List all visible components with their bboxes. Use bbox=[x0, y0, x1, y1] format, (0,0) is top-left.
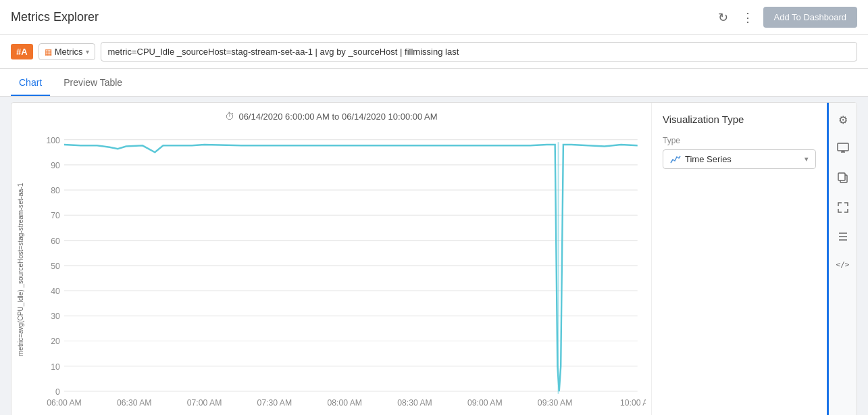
svg-text:08:00 AM: 08:00 AM bbox=[327, 398, 362, 408]
svg-text:09:00 AM: 09:00 AM bbox=[467, 398, 503, 408]
viz-type-select[interactable]: Time Series ▾ bbox=[663, 149, 816, 169]
metrics-label: Metrics bbox=[55, 47, 83, 57]
clock-icon: ⏱ bbox=[225, 111, 234, 122]
chart-inner: 100 90 80 70 60 50 40 30 20 10 0 bbox=[27, 127, 646, 412]
tab-preview-table[interactable]: Preview Table bbox=[55, 69, 130, 96]
svg-text:70: 70 bbox=[51, 211, 60, 220]
time-range-text: 06/14/2020 6:00:00 AM to 06/14/2020 10:0… bbox=[238, 112, 437, 122]
svg-text:0: 0 bbox=[55, 387, 60, 397]
viz-select-caret-icon: ▾ bbox=[805, 155, 809, 164]
visualization-panel: Visualization Type Type Time Series ▾ bbox=[651, 103, 827, 415]
svg-text:10:00 AM: 10:00 AM bbox=[620, 398, 646, 408]
chart-svg-container: 100 90 80 70 60 50 40 30 20 10 0 bbox=[27, 127, 646, 412]
svg-text:30: 30 bbox=[51, 312, 60, 321]
monitor-button[interactable] bbox=[834, 140, 852, 159]
copy-button[interactable] bbox=[835, 170, 851, 189]
svg-text:10: 10 bbox=[51, 362, 60, 372]
settings-icon: ⚙ bbox=[838, 114, 848, 126]
svg-text:06:00 AM: 06:00 AM bbox=[47, 398, 82, 408]
svg-text:40: 40 bbox=[51, 287, 60, 296]
right-sidebar: ⚙ bbox=[827, 103, 857, 415]
header: Metrics Explorer ↻ ⋮ Add To Dashboard bbox=[0, 0, 868, 35]
svg-text:100: 100 bbox=[46, 135, 60, 145]
list-icon bbox=[838, 232, 848, 244]
viz-type-value: Time Series bbox=[685, 154, 732, 164]
svg-text:08:30 AM: 08:30 AM bbox=[397, 398, 432, 408]
more-icon: ⋮ bbox=[742, 10, 754, 25]
viz-type-select-left: Time Series bbox=[670, 154, 732, 164]
svg-text:20: 20 bbox=[51, 337, 60, 346]
query-input[interactable] bbox=[101, 42, 857, 62]
y-axis-label: metric=avg(CPU_Idle) _sourceHost=stag-st… bbox=[17, 127, 24, 412]
chart-panel: ⏱ 06/14/2020 6:00:00 AM to 06/14/2020 10… bbox=[11, 103, 651, 415]
code-button[interactable]: </> bbox=[834, 258, 852, 272]
svg-text:60: 60 bbox=[51, 236, 60, 245]
tabs-row: Chart Preview Table bbox=[0, 69, 868, 97]
expand-icon bbox=[838, 202, 848, 216]
svg-rect-32 bbox=[838, 143, 848, 151]
code-icon: </> bbox=[836, 260, 850, 269]
main-content: ⏱ 06/14/2020 6:00:00 AM to 06/14/2020 10… bbox=[0, 97, 868, 415]
query-row: #A ▦ Metrics ▾ bbox=[0, 35, 868, 69]
viz-type-label: Type bbox=[663, 136, 816, 145]
chart-time-range: ⏱ 06/14/2020 6:00:00 AM to 06/14/2020 10… bbox=[17, 111, 646, 122]
metrics-icon: ▦ bbox=[45, 47, 52, 57]
refresh-button[interactable]: ↻ bbox=[714, 7, 732, 28]
chart-body: metric=avg(CPU_Idle) _sourceHost=stag-st… bbox=[17, 127, 646, 412]
copy-icon bbox=[838, 172, 848, 186]
svg-text:80: 80 bbox=[51, 186, 60, 195]
query-label: #A bbox=[11, 44, 33, 59]
viz-title: Visualization Type bbox=[663, 114, 816, 125]
list-button[interactable] bbox=[835, 229, 851, 247]
refresh-icon: ↻ bbox=[718, 10, 728, 25]
time-series-icon bbox=[670, 155, 681, 164]
metrics-caret-icon: ▾ bbox=[86, 48, 89, 55]
svg-text:07:00 AM: 07:00 AM bbox=[187, 398, 222, 408]
page-title: Metrics Explorer bbox=[11, 10, 99, 24]
monitor-icon bbox=[837, 143, 849, 156]
tab-chart[interactable]: Chart bbox=[11, 69, 50, 96]
svg-text:06:30 AM: 06:30 AM bbox=[117, 398, 152, 408]
header-actions: ↻ ⋮ Add To Dashboard bbox=[714, 7, 857, 28]
svg-text:09:30 AM: 09:30 AM bbox=[538, 398, 573, 408]
add-to-dashboard-button[interactable]: Add To Dashboard bbox=[763, 7, 857, 28]
metrics-selector[interactable]: ▦ Metrics ▾ bbox=[39, 43, 95, 60]
svg-text:50: 50 bbox=[51, 262, 60, 271]
svg-text:90: 90 bbox=[51, 161, 60, 170]
expand-button[interactable] bbox=[835, 199, 851, 218]
svg-text:07:30 AM: 07:30 AM bbox=[257, 398, 292, 408]
settings-button[interactable]: ⚙ bbox=[836, 111, 850, 129]
chart-area: ⏱ 06/14/2020 6:00:00 AM to 06/14/2020 10… bbox=[11, 102, 857, 415]
more-options-button[interactable]: ⋮ bbox=[738, 7, 758, 28]
svg-rect-36 bbox=[838, 173, 845, 180]
